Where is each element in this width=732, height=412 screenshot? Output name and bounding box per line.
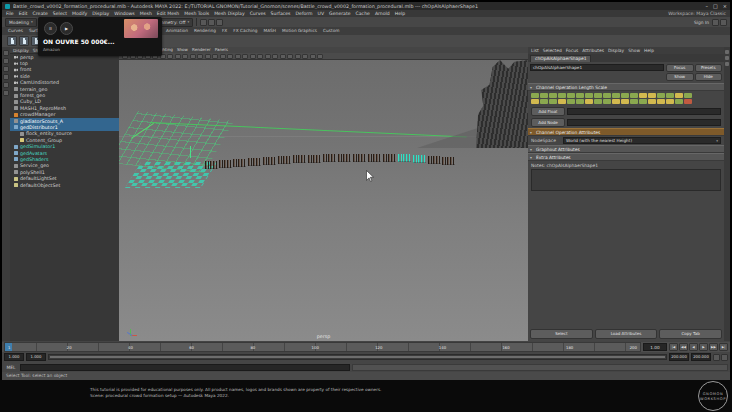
crowd-cluster[interactable] (383, 154, 396, 162)
mel-label[interactable]: MEL (4, 365, 18, 370)
channel-cell-g[interactable] (630, 93, 638, 98)
presets-button[interactable]: Presets (695, 64, 723, 72)
current-frame-field[interactable]: 1.00 (643, 343, 667, 351)
viewport-menu-item[interactable]: Renderer (192, 47, 211, 53)
channel-cell-y[interactable] (657, 99, 665, 104)
channel-cell-g[interactable] (585, 93, 593, 98)
add-float-button[interactable]: Add Float (531, 107, 565, 116)
menu-item[interactable]: Windows (114, 10, 135, 17)
animation-preferences-icon[interactable] (721, 354, 728, 361)
channel-cell-g[interactable] (639, 99, 647, 104)
pause-button[interactable]: II (44, 22, 57, 35)
menu-item[interactable]: UV (318, 10, 325, 17)
crowd-cluster[interactable] (205, 161, 218, 169)
section-channel-operation-attributes[interactable]: Channel Operation Attributes (528, 128, 724, 136)
channel-cell-g[interactable] (603, 99, 611, 104)
menu-item[interactable]: Deform (296, 10, 313, 17)
attribute-editor-menu-item[interactable]: Attributes (582, 47, 604, 54)
xray-icon[interactable] (302, 54, 308, 59)
hide-button[interactable]: Hide (695, 73, 723, 81)
notes-textarea[interactable] (531, 169, 721, 191)
isolate-select-icon[interactable] (295, 54, 301, 59)
move-tool-icon[interactable] (3, 74, 9, 80)
film-gate-icon[interactable] (182, 54, 188, 59)
animation-end-field[interactable]: 200.000 (691, 353, 711, 361)
shadows-icon[interactable] (257, 54, 263, 59)
playback-button[interactable]: ▶ (699, 343, 708, 351)
scale-tool-icon[interactable] (3, 90, 9, 96)
section-extra-attributes[interactable]: Extra Attributes (528, 153, 724, 161)
menu-item[interactable]: Arnold (375, 10, 390, 17)
shaded-icon[interactable] (235, 54, 241, 59)
menuset-dropdown[interactable]: Modeling ▾ (5, 18, 37, 27)
render-settings-icon[interactable] (216, 19, 223, 26)
character-stand-icon[interactable] (7, 36, 17, 46)
crowd-cluster[interactable] (263, 157, 276, 165)
crowd-cluster-selected[interactable] (398, 154, 411, 162)
channel-cell-y[interactable] (648, 99, 656, 104)
shelf-tab[interactable]: Motion Graphics (282, 27, 317, 35)
crowd-cluster[interactable] (368, 154, 381, 162)
crowd-cluster[interactable] (338, 154, 351, 162)
channel-cell-y[interactable] (621, 99, 629, 104)
menu-item[interactable]: Edit Mesh (157, 10, 179, 17)
attribute-editor-menu-item[interactable]: Selected (543, 47, 562, 54)
crowd-cluster[interactable] (219, 160, 232, 168)
menu-item[interactable]: Generate (329, 10, 350, 17)
channel-cell-g[interactable] (594, 99, 602, 104)
channel-cell-g[interactable] (594, 93, 602, 98)
playback-start-field[interactable]: 1.000 (26, 353, 46, 361)
attribute-editor-footer-button[interactable]: Copy Tab (659, 329, 722, 339)
viewport-canvas[interactable]: persp (119, 60, 528, 341)
attribute-editor-menu-item[interactable]: Help (644, 47, 654, 54)
rock-cliff-mesh[interactable] (476, 60, 528, 148)
video-thumbnail[interactable] (124, 19, 158, 38)
node-name-field[interactable]: chOpAlsAlphaerShape1 (530, 64, 664, 71)
safe-action-icon[interactable] (212, 54, 218, 59)
menu-item[interactable]: Cache (356, 10, 370, 17)
channel-cell-g[interactable] (540, 93, 548, 98)
channel-cell-g[interactable] (567, 93, 575, 98)
show-button[interactable]: Show (666, 73, 694, 81)
viewport-menu-item[interactable]: Panels (215, 47, 228, 53)
range-slider-track[interactable] (48, 354, 667, 360)
crowd-cluster-selected[interactable] (413, 155, 426, 163)
crowd-cluster[interactable] (353, 154, 366, 162)
channel-cell-g[interactable] (657, 93, 665, 98)
focus-button[interactable]: Focus (666, 64, 694, 72)
depth-of-field-icon[interactable] (287, 54, 293, 59)
screen-space-ao-icon[interactable] (265, 54, 271, 59)
add-float-field[interactable] (567, 108, 721, 115)
menu-item[interactable]: Modify (72, 10, 87, 17)
channel-cell-g[interactable] (549, 99, 557, 104)
outliner-item[interactable]: defaultObjectSet (10, 182, 119, 188)
playback-button[interactable]: ▶▶ (709, 343, 718, 351)
animation-start-field[interactable]: 1.000 (4, 353, 24, 361)
channel-cell-y[interactable] (666, 99, 674, 104)
auto-keyframe-icon[interactable] (713, 354, 720, 361)
attribute-editor-menu-item[interactable]: Show (628, 47, 640, 54)
channel-cell-g[interactable] (531, 93, 539, 98)
crowd-cluster[interactable] (248, 158, 261, 166)
safe-title-icon[interactable] (220, 54, 226, 59)
channel-cell-y[interactable] (675, 93, 683, 98)
outliner-toggle-icon[interactable] (712, 19, 719, 26)
channel-cell-g[interactable] (675, 99, 683, 104)
gate-mask-icon[interactable] (197, 54, 203, 59)
menu-item[interactable]: Help (395, 10, 405, 17)
select-tool-icon[interactable] (3, 50, 9, 56)
sign-in-button[interactable]: Sign In (694, 20, 709, 25)
textured-icon[interactable] (242, 54, 248, 59)
section-graphout-attributes[interactable]: Graphout Attributes (528, 145, 724, 153)
multisample-icon[interactable] (280, 54, 286, 59)
shelf-tab[interactable]: Custom (323, 27, 339, 35)
maximize-button[interactable]: □ (713, 3, 718, 9)
channel-cell-g[interactable] (549, 93, 557, 98)
lasso-tool-icon[interactable] (3, 58, 9, 64)
command-input[interactable] (20, 364, 350, 371)
channel-cell-g[interactable] (603, 93, 611, 98)
channel-cell-y[interactable] (612, 99, 620, 104)
crowd-cluster[interactable] (308, 155, 321, 163)
play-button[interactable]: ▶ (60, 22, 73, 35)
use-all-lights-icon[interactable] (250, 54, 256, 59)
